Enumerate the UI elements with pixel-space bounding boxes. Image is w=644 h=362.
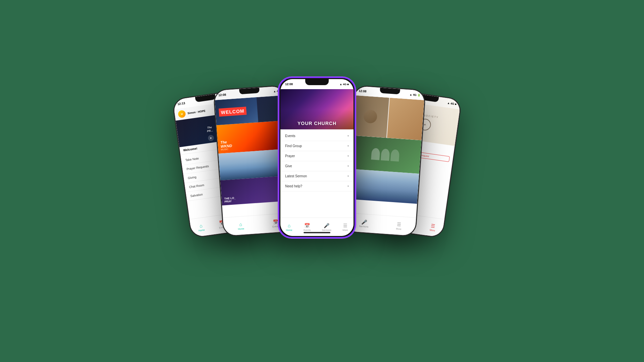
events-label: Events [285,134,296,138]
nav3-sermons[interactable]: 🎤 Sermons [322,223,331,231]
phone2-notch [239,87,259,94]
nav3-more-label: More [342,229,348,231]
photo-cell-1 [352,95,389,138]
nav4-sermons-label: Sermons [359,225,368,228]
nav-home-label: Home [198,229,205,232]
phone4-notch [380,87,400,94]
phone5-icons: ▲ 4G ■ [447,101,457,106]
phone-center-featured: 12:08 ▲ 4G ■ WELCOME WELCOME WELCOME WEL… [278,77,356,238]
phone-center-inner: 12:08 ▲ 4G ■ WELCOME WELCOME WELCOME WEL… [280,79,354,236]
nav3-home-label: Home [286,229,292,231]
nav4-more-label: More [396,227,401,230]
nav-home[interactable]: ⌂ Home [198,223,205,232]
chevron-icon-help: ▾ [347,185,349,188]
chevron-icon-sermon: ▾ [347,175,349,178]
album1-title: TheWKND [220,139,232,148]
battery-icon4: ▲ 4G 🔋 [410,93,421,97]
phone-right-inner: 12:08 ▲ 4G 🔋 [345,86,425,236]
prayer-circle-icon: ✦ [423,123,426,127]
home-indicator [304,232,330,233]
need-help-label: Need help? [285,184,302,188]
menu-events[interactable]: Events ▾ [280,131,354,141]
phone4-time: 12:08 [359,89,367,93]
events-icon3: 📅 [304,223,310,228]
phone-right: 12:08 ▲ 4G 🔋 [344,85,426,237]
menu-find-group[interactable]: Find Group ▾ [280,141,354,151]
phone3-icons: ▲ 4G ■ [339,83,349,86]
chevron-icon-group: ▾ [347,144,349,147]
nav3-more[interactable]: ☰ More [342,223,348,231]
nav3-sermons-label: Sermons [322,229,331,231]
phone3-status-bar: 12:08 ▲ 4G ■ [280,79,354,89]
chevron-icon-prayer: ▾ [347,155,349,158]
person2 [381,148,390,161]
give-label: Give [285,164,292,168]
mic-icon3: 🎤 [324,223,329,228]
chevron-icon-events: ▾ [347,134,349,137]
menu-give[interactable]: Give ▾ [280,161,354,171]
nav2-home-label: Home [238,227,244,230]
phone1-time: 12:13 [177,102,185,106]
ocean-photo [347,169,419,204]
photo-collage [352,95,424,140]
home-icon3: ⌂ [288,223,290,228]
mic-icon4: 🎤 [361,219,367,225]
menu-need-help[interactable]: Need help? ▾ [280,181,354,191]
church-title: YOUR CHURCH [298,121,336,126]
chevron-icon-give: ▾ [347,165,349,168]
more-icon5: ☰ [430,223,435,229]
events-icon2: 📅 [273,219,279,225]
welcome-banner: WELCOM [219,107,247,117]
phone4-icons: ▲ 4G 🔋 [410,93,421,97]
photo-cell-2 [387,98,424,140]
nav5-more[interactable]: ☰ More [430,223,436,232]
nav5-more-label: More [430,229,435,232]
nav3-home[interactable]: ⌂ Home [286,223,292,231]
nav4-more[interactable]: ☰ More [396,221,402,230]
battery-icon5: ▲ 4G ■ [447,101,457,106]
phone3-menu: Events ▾ Find Group ▾ Prayer ▾ Give ▾ La… [280,129,354,193]
people-group [371,148,399,162]
home-icon2: ⌂ [239,221,243,227]
home-icon: ⌂ [199,223,203,228]
hero-fade [280,109,354,129]
menu-latest-sermon[interactable]: Latest Sermon ▾ [280,171,354,181]
phone3-time: 12:08 [285,82,293,86]
person1 [371,148,380,160]
phone2-album1: TheWKND MUSIC [216,120,288,154]
album1-sub: MUSIC [221,148,228,151]
find-group-label: Find Group [285,144,302,148]
phone1-notch [195,94,216,102]
prayer-label: Prayer [285,154,295,158]
phone2-time: 12:08 [218,93,226,97]
nav3-events-label: Events [304,229,311,231]
nav4-sermons[interactable]: 🎤 Sermons [359,219,369,228]
latest-sermon-label: Latest Sermon [285,174,307,178]
phones-display: 12:13 ●●● H Simon · HOPE ThePR... ▶ Welc… [188,64,456,298]
signal-icon3: ▲ 4G ■ [339,83,349,86]
church-logo: H [178,110,186,118]
more-icon4: ☰ [397,221,401,227]
phone4-hero [352,95,424,140]
menu-prayer[interactable]: Prayer ▾ [280,151,354,161]
phone3-hero: WELCOME WELCOME WELCOME WELCOME WELCOME … [280,89,354,129]
nav2-home[interactable]: ⌂ Home [237,221,244,230]
nav3-events[interactable]: 📅 Events [304,223,311,231]
group-photo [349,135,421,174]
person-silhouette [363,109,378,124]
person3 [390,149,399,162]
play-button[interactable]: ▶ [208,135,214,141]
phone2-hero1: WELCOM [215,95,286,125]
church-name: Simon · HOPE [187,109,206,115]
more-icon3: ☰ [343,223,347,228]
hero-title: ThePR... [206,126,213,133]
phone3-notch [305,79,329,85]
